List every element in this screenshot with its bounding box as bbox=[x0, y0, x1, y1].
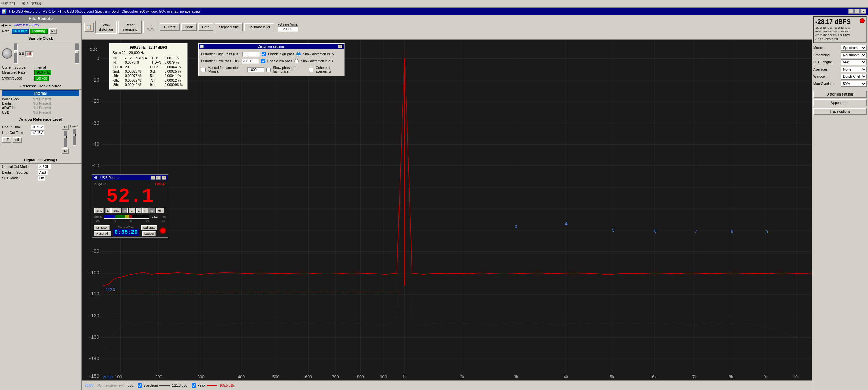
optical-out-value[interactable]: SPDIF bbox=[38, 164, 51, 169]
a-btn[interactable]: A bbox=[122, 208, 128, 213]
svg-text:8: 8 bbox=[731, 229, 733, 234]
reset-all-btn[interactable]: Reset All bbox=[94, 231, 111, 236]
up-btn[interactable]: ▲ bbox=[8, 23, 12, 27]
averages-select[interactable]: None bbox=[841, 67, 867, 72]
trace-options-btn[interactable]: Trace options bbox=[813, 108, 867, 115]
digital-in-row: Digital In Not Present bbox=[0, 101, 81, 106]
line-in-trim-row: Line In Trim: +0dBV bbox=[2, 125, 60, 130]
dist-coherent-check[interactable] bbox=[309, 68, 313, 72]
s-btn[interactable]: S bbox=[149, 208, 155, 213]
h6-label: 6th: bbox=[113, 78, 124, 83]
spectrum-check[interactable] bbox=[138, 383, 142, 388]
slider-mid[interactable] bbox=[64, 131, 67, 148]
calibrate-level-button[interactable]: Calibrate level bbox=[244, 23, 274, 31]
appearance-btn[interactable]: Appearance bbox=[813, 99, 867, 106]
internal-btn[interactable]: Internal bbox=[2, 90, 79, 96]
forward-btn[interactable]: ▶ bbox=[5, 23, 8, 27]
h6-value: 0.00022 % bbox=[124, 78, 149, 83]
peak-button[interactable]: Peak bbox=[181, 23, 197, 31]
vumeter-over: OVER bbox=[155, 182, 166, 186]
dist-lp-input[interactable] bbox=[242, 59, 259, 64]
breadcrumb-item1[interactable]: wave test bbox=[14, 23, 28, 27]
routing-btn[interactable]: Routing bbox=[30, 29, 48, 34]
reset-averaging-button[interactable]: Reset averaging bbox=[118, 21, 142, 34]
off-btn-2[interactable]: off bbox=[13, 137, 22, 143]
z-btn[interactable]: Z bbox=[136, 208, 142, 213]
dist-hp-input[interactable] bbox=[242, 52, 260, 57]
slider-left[interactable] bbox=[14, 43, 18, 64]
dist-lp-check[interactable] bbox=[261, 59, 265, 63]
off-btn-1[interactable]: off bbox=[2, 137, 11, 143]
h2-label: 2nd: bbox=[113, 69, 124, 74]
off-btn[interactable]: off bbox=[25, 51, 33, 57]
fft-label: FFT Length: bbox=[813, 60, 832, 64]
svg-text:700: 700 bbox=[332, 375, 339, 380]
max-overlap-select[interactable]: 50% bbox=[841, 81, 867, 87]
dist-manual-input[interactable] bbox=[247, 67, 264, 72]
stats-row-hh: HH 10 20 HHD: 0.00044 % bbox=[113, 65, 184, 69]
dist-phase-check[interactable] bbox=[266, 68, 271, 72]
src-mode-value[interactable]: Off bbox=[38, 176, 45, 181]
l-btn[interactable]: L bbox=[105, 208, 111, 213]
dist-percent-radio[interactable] bbox=[296, 52, 301, 56]
smoothing-select[interactable]: No smoothing bbox=[841, 52, 867, 58]
vumeter-minimize-btn[interactable]: _ bbox=[151, 176, 155, 180]
distortion-settings-btn[interactable]: Distortion settings bbox=[813, 91, 867, 98]
minmax-btn[interactable]: MinMax bbox=[94, 225, 110, 230]
vumeter-close-btn[interactable]: ✕ bbox=[162, 176, 166, 180]
dist-manual-check[interactable] bbox=[201, 68, 206, 72]
dist-manual-label: Manual fundamental (Vrms): bbox=[208, 66, 245, 73]
dist-hp-check[interactable] bbox=[262, 52, 266, 56]
line-out-trim-row: Line Out Trim: +2dBV bbox=[2, 130, 60, 135]
line-in-trim-value[interactable]: +0dBV bbox=[31, 125, 44, 130]
synchrolock-value: Locked bbox=[34, 76, 49, 81]
word-clock-status: Not Present bbox=[33, 97, 51, 101]
svg-text:7k: 7k bbox=[692, 375, 697, 380]
peak-check[interactable] bbox=[192, 383, 196, 388]
slider-right[interactable] bbox=[75, 43, 79, 64]
both-button[interactable]: Both bbox=[198, 23, 213, 31]
db-bar-track bbox=[104, 215, 149, 219]
logger-btn[interactable]: Logger bbox=[142, 231, 156, 236]
knob[interactable] bbox=[2, 48, 12, 59]
f-btn[interactable]: F bbox=[142, 208, 149, 213]
window-label: Window: bbox=[813, 75, 826, 78]
minimize-button[interactable]: _ bbox=[848, 9, 854, 14]
digital-in-source-value[interactable]: AES bbox=[38, 170, 48, 175]
dist-db-radio[interactable] bbox=[294, 59, 299, 63]
icon-btn[interactable]: 📋 bbox=[84, 23, 94, 32]
fs-sine-input[interactable]: 2.000 bbox=[278, 26, 298, 32]
h4-value: 0.00076 % bbox=[124, 74, 149, 78]
m-btn-2[interactable]: M bbox=[62, 148, 69, 154]
adat-in-row: ADAT In Not Present bbox=[0, 106, 81, 110]
calibrate-btn[interactable]: Calibrate bbox=[141, 225, 157, 230]
show-distortion-button[interactable]: Show distortion bbox=[95, 21, 117, 34]
distortion-close-button[interactable]: ✕ bbox=[338, 44, 343, 48]
maximize-button[interactable]: □ bbox=[854, 9, 860, 14]
back-btn[interactable]: ◀ bbox=[1, 23, 4, 27]
record-btn[interactable] bbox=[159, 227, 166, 234]
stepped-sine-button[interactable]: Stepped sine bbox=[215, 23, 243, 31]
c-btn[interactable]: C bbox=[129, 208, 135, 213]
fft-select[interactable]: 64k bbox=[841, 59, 867, 65]
hp-btn[interactable]: HP bbox=[156, 208, 165, 213]
sel-btn[interactable]: SEL bbox=[111, 208, 121, 213]
line-out-trim-value[interactable]: +2dBV bbox=[31, 130, 44, 135]
slider-right2[interactable] bbox=[73, 129, 76, 146]
wav-button[interactable]: 〜 WAV bbox=[143, 21, 159, 33]
hhd-value: 0.00044 % bbox=[164, 65, 184, 69]
mode-select[interactable]: Spectrum bbox=[841, 45, 867, 51]
m-btn-1[interactable]: M bbox=[62, 125, 69, 130]
svg-rect-0 bbox=[82, 40, 812, 380]
line-in-label: Line In bbox=[70, 125, 79, 128]
center-content: 📋 Show distortion Reset averaging 〜 WAV … bbox=[82, 15, 812, 390]
h5-label: 5th: bbox=[149, 74, 164, 78]
breadcrumb-item2[interactable]: 50mv bbox=[31, 23, 39, 27]
window-select[interactable]: Dolph-Chebyshev 200 bbox=[841, 74, 867, 80]
current-button[interactable]: Current bbox=[160, 23, 179, 31]
spl-btn[interactable]: SPL bbox=[94, 208, 104, 213]
stats-panel: 999.78 Hz, -28.17 dBFS Span 20 .. 20,000… bbox=[109, 43, 188, 90]
close-button[interactable]: ✕ bbox=[860, 9, 866, 14]
vumeter-maximize-btn[interactable]: □ bbox=[156, 176, 161, 180]
right-panel: -28.17 dBFS -28.2 dBFS C, -28.2 dBFS A P… bbox=[812, 15, 868, 390]
